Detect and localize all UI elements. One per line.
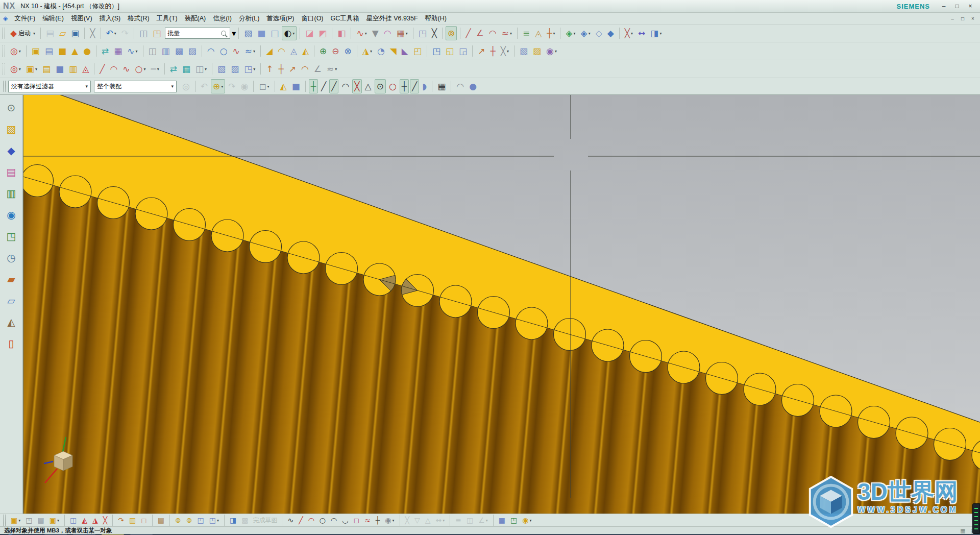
sketch-curves-tool[interactable]: ≈▾ (500, 26, 514, 40)
toolbar-drag-handle[interactable] (3, 515, 6, 526)
cylinder-top-circle[interactable] (23, 165, 54, 197)
chevron-down-icon[interactable]: ▾ (33, 31, 35, 36)
flag-marker-button[interactable]: ◭ (80, 515, 89, 526)
arch-tool-button[interactable]: ◠ (299, 62, 311, 76)
patch-button[interactable]: ◲ (457, 44, 469, 58)
measure-face-button[interactable]: ◆ (605, 26, 616, 40)
wireframe-body-button[interactable]: ◳ (23, 515, 34, 526)
box-tool-button[interactable]: ▤ (40, 62, 53, 76)
point-button[interactable]: ┼ (374, 515, 382, 526)
shaded-body-button[interactable]: ■ (290, 79, 302, 93)
menu-item-7[interactable]: 信息(I) (209, 14, 235, 23)
navigator-gear-icon[interactable]: ⊙ (3, 99, 20, 116)
chevron-down-icon[interactable]: ▾ (443, 518, 445, 523)
more-features-button[interactable]: ◉▾ (544, 44, 559, 58)
cone-feature-button[interactable]: ▲ (69, 44, 80, 58)
hide-body-button[interactable]: ◳ (416, 26, 429, 40)
orient-wrench-button[interactable]: ↷ (116, 515, 126, 526)
chevron-down-icon[interactable]: ▾ (253, 67, 255, 71)
gold-cubes-button[interactable]: ▣▾ (47, 515, 61, 526)
surface-tool-1[interactable]: ▧ (215, 62, 228, 76)
menu-item-0[interactable]: 文件(F) (11, 14, 39, 23)
save-button[interactable]: ▣ (69, 26, 81, 40)
filter-triangle-button[interactable]: ▼ (370, 26, 381, 40)
chevron-down-icon[interactable]: ▾ (136, 49, 138, 54)
maximize-button[interactable]: □ (950, 3, 964, 10)
chevron-down-icon[interactable]: ▾ (157, 67, 159, 71)
constraint-navigator-icon[interactable]: ◆ (3, 142, 20, 159)
part-navigator-icon[interactable]: ▤ (3, 163, 20, 180)
sheet-stack-button[interactable]: ▤ (156, 515, 166, 526)
dock-icon[interactable]: ▯ (3, 335, 20, 352)
menu-item-1[interactable]: 编辑(E) (39, 14, 67, 23)
section-view-button[interactable]: ◧ (335, 26, 348, 40)
line-button[interactable]: ╱ (297, 515, 305, 526)
info-cube-button[interactable]: ◰ (195, 515, 206, 526)
display-mode-button[interactable]: ▣▾ (9, 515, 22, 526)
chevron-down-icon[interactable]: ▾ (530, 518, 532, 523)
cabinet-window-button[interactable]: ▦▾ (395, 26, 410, 40)
sketch-window-button[interactable]: ◨ (228, 515, 238, 526)
clip-2-button[interactable]: ⊚ (184, 515, 194, 526)
offset-surface-button[interactable]: ▧ (518, 44, 530, 58)
double-slash-button[interactable]: ╳ (101, 515, 109, 526)
marquee-select-button[interactable]: ◻▾ (257, 79, 271, 93)
arrow-tool-button[interactable]: ↑ (264, 62, 275, 76)
shell-button[interactable]: ◰ (411, 44, 424, 58)
polygon-button[interactable]: ≈ (362, 515, 373, 526)
chevron-down-icon[interactable]: ▾ (553, 31, 555, 36)
undo-button[interactable]: ↶▾ (104, 26, 118, 40)
point-dialog-button[interactable]: ◎▾ (8, 44, 23, 58)
selection-filter-dropdown[interactable]: 没有选择过滤器 ▾ (8, 81, 91, 92)
more-sketch-button[interactable]: ◉▾ (520, 515, 533, 526)
chevron-down-icon[interactable]: ▾ (221, 84, 223, 89)
sketch-line-tool-1[interactable]: ╱ (463, 26, 473, 40)
snap-intersection-button[interactable]: ╳ (352, 79, 361, 93)
lattice-button[interactable]: ▦ (112, 44, 124, 58)
block-feature-button[interactable]: ▣ (30, 44, 42, 58)
chevron-down-icon[interactable]: ▾ (393, 518, 395, 523)
chevron-down-icon[interactable]: ▾ (57, 518, 59, 523)
chevron-down-icon[interactable]: ▾ (217, 518, 219, 523)
shaded-view-button[interactable]: ■ (255, 26, 267, 40)
wand-icon[interactable]: ▱ (3, 292, 20, 309)
cross-lines-button[interactable]: ╳▾ (623, 26, 635, 40)
chevron-down-icon[interactable]: ▾ (574, 31, 576, 36)
measure-ruler-button[interactable]: ↔ (636, 26, 647, 40)
clip-section-button[interactable]: ⊚ (446, 26, 457, 40)
select-top-button[interactable]: ⊕▾ (211, 79, 225, 93)
snap-existing-point-button[interactable]: ┼ (400, 79, 409, 93)
cut-button[interactable]: ╳ (88, 26, 97, 40)
reflection-analysis-button[interactable]: ◩ (316, 26, 329, 40)
measure-arch-button[interactable]: ◠ (454, 79, 466, 93)
chevron-down-icon[interactable]: ▾ (365, 31, 367, 36)
revolve-button[interactable]: ◠ (276, 44, 287, 58)
pink-square-button[interactable]: ◻ (139, 515, 149, 526)
chevron-down-icon[interactable]: ▾ (370, 49, 372, 54)
chevron-down-icon[interactable]: ▾ (267, 84, 270, 89)
vector-tool-button[interactable]: ↗ (287, 62, 298, 76)
snap-point-on-curve-button[interactable]: ╱ (410, 79, 419, 93)
mirror-curve-button[interactable]: ▦ (497, 515, 507, 526)
surface-arch-button[interactable]: ◠ (382, 26, 394, 40)
circle-curve-button[interactable]: ○▾ (133, 62, 148, 76)
snap-midpoint-button[interactable]: ╱ (329, 79, 338, 93)
curve-arrow-button[interactable]: ∿▾ (125, 44, 139, 58)
delete-select-button[interactable]: ╳ (430, 26, 439, 40)
chevron-down-icon[interactable]: ▾ (35, 67, 37, 71)
gold-pair-button[interactable]: ▥ (127, 515, 138, 526)
chevron-down-icon[interactable]: ▾ (555, 49, 557, 54)
copy-display-button[interactable]: ◫ (137, 26, 150, 40)
profile-button[interactable]: ∿ (285, 515, 296, 526)
arc-button[interactable]: ◠ (306, 515, 316, 526)
part-info-button[interactable]: ◨▾ (648, 26, 664, 40)
window-export-button[interactable]: ◳ (151, 26, 163, 40)
snap-point-dialog-button[interactable]: ◎▾ (8, 62, 23, 76)
menu-item-3[interactable]: 插入(S) (96, 14, 125, 23)
menu-item-4[interactable]: 格式(R) (124, 14, 153, 23)
cylinder-feature-button[interactable]: ▤ (43, 44, 55, 58)
cube-menu-button[interactable]: ◳▾ (207, 515, 221, 526)
angle-tool-button[interactable]: ∠ (312, 62, 324, 76)
web-browser-icon[interactable]: ◉ (3, 206, 20, 223)
mdi-restore-button[interactable]: □ (958, 16, 968, 21)
